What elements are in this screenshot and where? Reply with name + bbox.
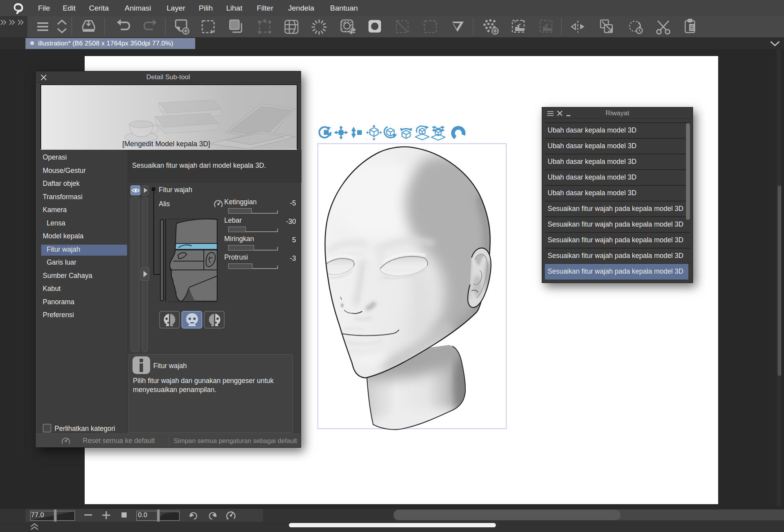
svg-text:[Mengedit Model kepala 3D]: [Mengedit Model kepala 3D] [122,140,210,148]
